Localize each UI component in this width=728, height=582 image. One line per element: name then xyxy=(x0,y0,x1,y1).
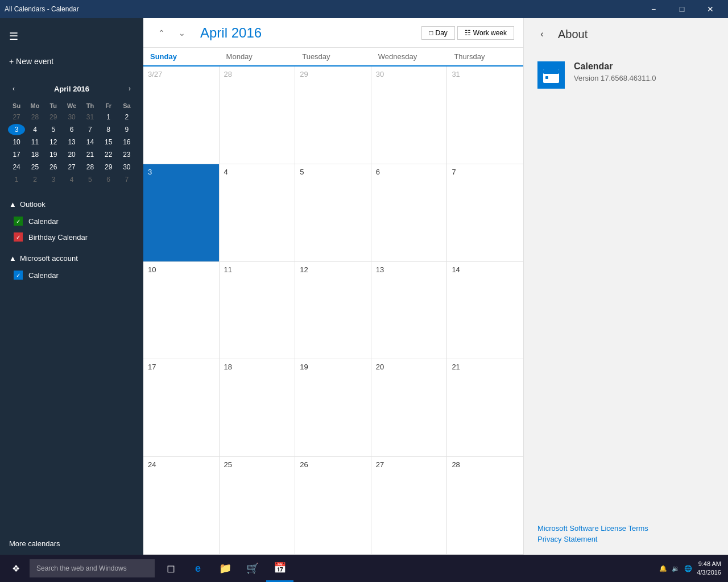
calendar-checkbox-blue[interactable]: ✓ xyxy=(14,271,23,280)
outlook-label: Outlook xyxy=(20,200,46,209)
mini-calendar-day[interactable]: 29 xyxy=(100,161,117,173)
mini-calendar-day[interactable]: 2 xyxy=(118,111,135,123)
mini-calendar-day[interactable]: 10 xyxy=(8,136,25,148)
mini-calendar-day[interactable]: 16 xyxy=(118,136,135,148)
outlook-section-header[interactable]: ▲ Outlook xyxy=(0,196,143,213)
calendar-day[interactable]: 10 xyxy=(143,262,220,359)
hamburger-button[interactable]: ☰ xyxy=(0,23,27,50)
more-calendars-button[interactable]: More calendars xyxy=(0,533,143,555)
mini-calendar-day[interactable]: 30 xyxy=(118,161,135,173)
calendar-day[interactable]: 26 xyxy=(295,457,371,554)
mini-calendar-day[interactable]: 30 xyxy=(63,111,80,123)
calendar-day[interactable]: 24 xyxy=(143,457,220,554)
microsoft-calendar-item[interactable]: ✓ Calendar xyxy=(0,267,143,283)
mini-calendar-day[interactable]: 12 xyxy=(45,136,62,148)
calendar-day[interactable]: 21 xyxy=(447,359,523,456)
mini-calendar-day[interactable]: 2 xyxy=(26,174,43,185)
mini-calendar-day[interactable]: 21 xyxy=(81,149,98,160)
task-view-button[interactable]: ◻ xyxy=(157,555,184,582)
calendar-day[interactable]: 12 xyxy=(295,262,371,359)
mini-calendar-day[interactable]: 28 xyxy=(81,161,98,173)
calendar-day[interactable]: 31 xyxy=(447,66,523,164)
prev-month-button[interactable]: ⌃ xyxy=(152,24,171,42)
mini-calendar-day[interactable]: 17 xyxy=(8,149,25,160)
calendar-taskbar-button[interactable]: 📅 xyxy=(266,555,293,582)
calendar-day[interactable]: 25 xyxy=(220,457,296,554)
mini-calendar-day[interactable]: 24 xyxy=(8,161,25,173)
edge-button[interactable]: e xyxy=(184,555,212,582)
calendar-day[interactable]: 29 xyxy=(295,66,371,164)
back-button[interactable]: ‹ xyxy=(533,25,551,43)
mini-calendar-day[interactable]: 31 xyxy=(81,111,98,123)
mini-calendar-day[interactable]: 25 xyxy=(26,161,43,173)
calendar-day[interactable]: 28 xyxy=(447,457,523,554)
mini-calendar-day[interactable]: 11 xyxy=(26,136,43,148)
calendar-day[interactable]: 18 xyxy=(220,359,296,456)
mini-calendar-day[interactable]: 15 xyxy=(100,136,117,148)
minimize-button[interactable]: − xyxy=(640,0,667,18)
mini-calendar-day[interactable]: 1 xyxy=(8,174,25,185)
calendar-day[interactable]: 14 xyxy=(447,262,523,359)
mini-calendar-day[interactable]: 18 xyxy=(26,149,43,160)
mini-calendar-day[interactable]: 5 xyxy=(45,124,62,135)
mini-calendar-day[interactable]: 9 xyxy=(118,124,135,135)
calendar-day[interactable]: 17 xyxy=(143,359,220,456)
mini-calendar-day[interactable]: 4 xyxy=(26,124,43,135)
mini-calendar-day[interactable]: 22 xyxy=(100,149,117,160)
mini-calendar-day[interactable]: 3 xyxy=(45,174,62,185)
store-button[interactable]: 🛒 xyxy=(239,555,266,582)
mini-calendar-day[interactable]: 28 xyxy=(26,111,43,123)
mini-calendar-day[interactable]: 1 xyxy=(100,111,117,123)
day-view-button[interactable]: □ Day xyxy=(421,26,455,40)
mini-calendar-day[interactable]: 29 xyxy=(45,111,62,123)
mini-calendar-day[interactable]: 23 xyxy=(118,149,135,160)
about-link-microsoft-software-license-terms[interactable]: Microsoft Software License Terms xyxy=(537,524,714,533)
new-event-button[interactable]: + New event xyxy=(0,50,143,73)
mini-calendar-day[interactable]: 13 xyxy=(63,136,80,148)
calendar-day[interactable]: 5 xyxy=(295,164,371,261)
mini-calendar-day[interactable]: 5 xyxy=(81,174,98,185)
calendar-day[interactable]: 7 xyxy=(447,164,523,261)
mini-calendar-day[interactable]: 26 xyxy=(45,161,62,173)
mini-calendar-day[interactable]: 19 xyxy=(45,149,62,160)
calendar-day[interactable]: 20 xyxy=(371,359,448,456)
mini-calendar-day[interactable]: 3 xyxy=(8,124,25,135)
calendar-checkbox-green[interactable]: ✓ xyxy=(14,217,23,226)
next-month-button[interactable]: ⌄ xyxy=(173,24,191,42)
calendar-day[interactable]: 3/27 xyxy=(143,66,220,164)
mini-calendar-day[interactable]: 27 xyxy=(8,111,25,123)
birthday-checkbox-red[interactable]: ✓ xyxy=(14,232,23,242)
mini-calendar-day[interactable]: 20 xyxy=(63,149,80,160)
mini-cal-next-button[interactable]: › xyxy=(123,82,136,95)
mini-calendar-day[interactable]: 7 xyxy=(81,124,98,135)
file-explorer-button[interactable]: 📁 xyxy=(212,555,239,582)
work-week-view-button[interactable]: ☷ Work week xyxy=(457,26,514,40)
mini-cal-prev-button[interactable]: ‹ xyxy=(7,82,20,95)
calendar-day[interactable]: 4 xyxy=(220,164,296,261)
close-button[interactable]: ✕ xyxy=(697,0,723,18)
microsoft-section-header[interactable]: ▲ Microsoft account xyxy=(0,250,143,267)
outlook-calendar-item[interactable]: ✓ Calendar xyxy=(0,213,143,229)
search-input[interactable] xyxy=(30,559,155,577)
mini-calendar-week-row: 24252627282930 xyxy=(8,161,135,173)
calendar-day[interactable]: 30 xyxy=(371,66,448,164)
calendar-day[interactable]: 11 xyxy=(220,262,296,359)
calendar-day[interactable]: 28 xyxy=(220,66,296,164)
calendar-day[interactable]: 27 xyxy=(371,457,448,554)
mini-calendar-day[interactable]: 6 xyxy=(63,124,80,135)
mini-calendar-day[interactable]: 6 xyxy=(100,174,117,185)
mini-calendar-day[interactable]: 8 xyxy=(100,124,117,135)
maximize-button[interactable]: □ xyxy=(669,0,695,18)
calendar-day[interactable]: 13 xyxy=(371,262,448,359)
calendar-day[interactable]: 6 xyxy=(371,164,448,261)
about-link-privacy-statement[interactable]: Privacy Statement xyxy=(537,535,714,543)
mini-calendar-day[interactable]: 4 xyxy=(63,174,80,185)
mini-calendar-day[interactable]: 27 xyxy=(63,161,80,173)
mini-calendar-day[interactable]: 7 xyxy=(118,174,135,185)
mini-calendar-day[interactable]: 14 xyxy=(81,136,98,148)
calendar-day[interactable]: 19 xyxy=(295,359,371,456)
clock[interactable]: 9:48 AM 4/3/2016 xyxy=(697,560,721,577)
calendar-day[interactable]: 3 xyxy=(143,164,220,261)
birthday-calendar-item[interactable]: ✓ Birthday Calendar xyxy=(0,229,143,245)
start-button[interactable]: ❖ xyxy=(2,555,30,582)
